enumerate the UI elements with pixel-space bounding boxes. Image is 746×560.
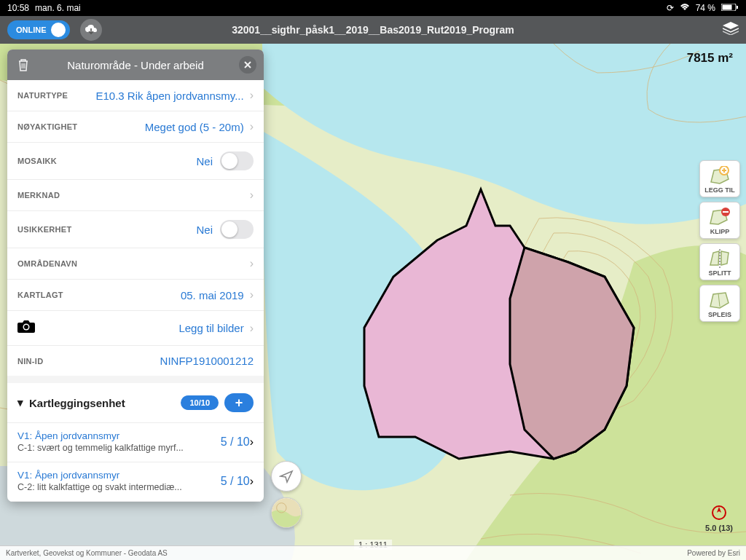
row-noyaktighet[interactable]: NØYAKTIGHET Meget god (5 - 20m) › — [7, 111, 264, 143]
chevron-right-icon: › — [250, 322, 254, 335]
unit-row[interactable]: V1: Åpen jordvannsmyr C-1: svært og temm… — [7, 423, 264, 462]
chevron-right-icon: › — [250, 120, 254, 133]
compass-icon — [705, 505, 733, 522]
camera-icon — [17, 320, 35, 336]
add-unit-button[interactable]: + — [224, 393, 254, 412]
klipp-button[interactable]: KLIPP — [699, 202, 740, 239]
toggle-knob — [51, 23, 66, 37]
svg-rect-1 — [723, 5, 732, 10]
svg-point-11 — [24, 325, 28, 329]
wifi-icon — [680, 3, 690, 13]
panel-header: Naturområde - Under arbeid — [7, 50, 264, 80]
row-merknad[interactable]: MERKNAD › — [7, 180, 264, 211]
sync-icon: ⟳ — [667, 3, 674, 13]
section-kartleggingsenhet[interactable]: ▾ Kartleggingsenhet 10/10 + — [7, 383, 264, 423]
chevron-right-icon: › — [250, 475, 254, 488]
row-mosaikk[interactable]: MOSAIKK Nei — [7, 143, 264, 180]
project-title: 32001__sigthr_påsk1__2019__Bas2019_Rut20… — [232, 24, 514, 36]
top-bar: ONLINE 32001__sigthr_påsk1__2019__Bas201… — [0, 16, 746, 44]
panel-title: Naturområde - Under arbeid — [39, 59, 232, 71]
battery-icon — [721, 3, 739, 13]
map-area[interactable]: 7815 m² LEGG TIL KLIPP SPLITT SPLEIS — [0, 44, 746, 560]
area-label: 7815 m² — [687, 51, 733, 66]
row-usikkerhet[interactable]: USIKKERHET Nei — [7, 211, 264, 248]
attribution-left: Kartverket, Geovekst og Kommuner - Geoda… — [6, 549, 168, 557]
status-battery: 74 % — [696, 3, 715, 13]
status-date: man. 6. mai — [35, 3, 81, 13]
row-bilder[interactable]: Legg til bilder › — [7, 311, 264, 346]
mosaikk-toggle[interactable] — [220, 151, 254, 170]
feature-panel: Naturområde - Under arbeid NATURTYPE E10… — [7, 50, 264, 502]
leggtil-icon — [707, 165, 733, 186]
gps-accuracy: 5.0 (13) — [705, 505, 733, 532]
caret-down-icon: ▾ — [17, 396, 23, 409]
layers-button[interactable] — [723, 22, 739, 38]
row-omradenavn[interactable]: OMRÅDENAVN › — [7, 248, 264, 280]
klipp-icon — [707, 206, 733, 228]
splitt-button[interactable]: SPLITT — [699, 243, 740, 280]
row-kartlagt[interactable]: KARTLAGT 05. mai 2019 › — [7, 280, 264, 311]
row-naturtype[interactable]: NATURTYPE E10.3 Rik åpen jordvannsmy... … — [7, 80, 264, 111]
status-bar: 10:58 man. 6. mai ⟳ 74 % — [0, 0, 746, 16]
panel-body[interactable]: NATURTYPE E10.3 Rik åpen jordvannsmy... … — [7, 80, 264, 502]
row-ninid: NIN-ID NINFP1910001212 — [7, 346, 264, 376]
online-toggle[interactable]: ONLINE — [7, 20, 70, 39]
chevron-right-icon: › — [250, 257, 254, 270]
online-label: ONLINE — [16, 25, 47, 34]
spleis-icon — [707, 289, 733, 311]
delete-button[interactable] — [15, 56, 32, 74]
chevron-right-icon: › — [250, 435, 254, 449]
count-badge: 10/10 — [181, 395, 219, 410]
attribution-bar: Kartverket, Geovekst og Kommuner - Geoda… — [0, 545, 746, 560]
chevron-right-icon: › — [250, 288, 254, 301]
tool-column: LEGG TIL KLIPP SPLITT SPLEIS — [699, 160, 740, 322]
leggtil-button[interactable]: LEGG TIL — [699, 160, 740, 197]
spleis-button[interactable]: SPLEIS — [699, 285, 740, 322]
locate-button[interactable] — [271, 461, 302, 492]
attribution-right: Powered by Esri — [687, 549, 740, 557]
basemap-button[interactable] — [271, 497, 302, 528]
status-time: 10:58 — [7, 3, 29, 13]
svg-rect-2 — [737, 6, 738, 9]
chevron-right-icon: › — [250, 89, 254, 102]
unit-row[interactable]: V1: Åpen jordvannsmyr C-2: litt kalkfatt… — [7, 462, 264, 502]
svg-rect-6 — [723, 211, 729, 213]
close-button[interactable] — [239, 56, 256, 74]
usikkerhet-toggle[interactable] — [220, 220, 254, 239]
splitt-icon — [707, 248, 733, 269]
chevron-right-icon: › — [250, 189, 254, 202]
download-button[interactable] — [80, 19, 102, 41]
